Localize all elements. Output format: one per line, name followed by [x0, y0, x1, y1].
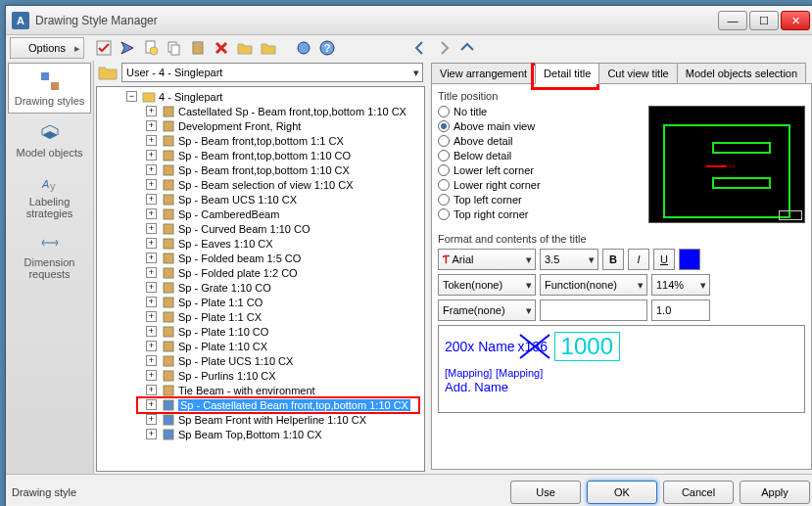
underline-button[interactable]: U — [653, 249, 675, 270]
help-icon[interactable]: ? — [317, 38, 337, 58]
expand-icon[interactable]: + — [146, 341, 157, 351]
tab-detail-title[interactable]: Detail title — [535, 63, 599, 84]
radio-top-right-corner[interactable]: Top right corner — [438, 208, 541, 220]
back-icon[interactable] — [410, 38, 430, 58]
tree-item[interactable]: +Sp - Beam front,top,bottom 1:10 CO — [97, 148, 424, 162]
globe-icon[interactable] — [294, 38, 313, 58]
tree-item[interactable]: +Sp - Beam UCS 1:10 CX — [97, 192, 424, 207]
tree-item[interactable]: +Sp - Grate 1:10 CO — [97, 280, 424, 295]
tree-item[interactable]: +Sp - Plate 1:10 CO — [97, 324, 424, 339]
size-combo[interactable]: 3.5 — [540, 249, 598, 270]
tree-item[interactable]: +Sp - Plate 1:1 CX — [97, 309, 424, 324]
maximize-button[interactable]: ☐ — [749, 11, 779, 30]
tree-item[interactable]: +Sp - CamberedBeam — [97, 207, 424, 221]
radio-lower-right-corner[interactable]: Lower right corner — [438, 179, 541, 191]
expand-icon[interactable]: + — [146, 194, 157, 205]
cancel-button[interactable]: Cancel — [663, 481, 734, 504]
tab-model-objects-selection[interactable]: Model objects selection — [677, 63, 806, 84]
bold-button[interactable]: B — [602, 249, 624, 270]
minimize-button[interactable]: — — [718, 11, 747, 30]
path-combo[interactable]: User - 4 - Singlepart — [121, 63, 423, 82]
color-swatch[interactable] — [679, 249, 700, 270]
send-icon[interactable] — [118, 38, 137, 58]
expand-icon[interactable]: + — [146, 399, 157, 410]
radio-no-title[interactable]: No title — [438, 106, 541, 117]
delete-icon[interactable] — [212, 38, 231, 58]
sidebar-item-drawing-styles[interactable]: Drawing styles — [8, 63, 91, 114]
use-button[interactable]: Use — [510, 481, 581, 504]
expand-icon[interactable]: + — [146, 135, 157, 146]
expand-icon[interactable]: + — [146, 311, 157, 322]
expand-icon[interactable]: + — [146, 267, 157, 278]
expand-icon[interactable]: + — [146, 370, 157, 381]
expand-icon[interactable]: + — [146, 429, 157, 439]
up-icon[interactable] — [457, 38, 477, 58]
folder1-icon[interactable] — [235, 38, 255, 58]
sidebar-item-dimension[interactable]: Dimension requests — [6, 225, 93, 286]
expand-icon[interactable]: + — [146, 150, 157, 161]
frame-width-input[interactable]: 1.0 — [651, 299, 710, 321]
expand-icon[interactable]: + — [146, 208, 157, 219]
tree-root[interactable]: − 4 - Singlepart — [97, 89, 424, 104]
tree-item[interactable]: +Sp - Eaves 1:10 CX — [97, 236, 424, 251]
tree-item[interactable]: +Sp Beam Front with Helperline 1:10 CX — [97, 412, 424, 427]
sidebar-item-labeling[interactable]: Ay Labeling strategies — [6, 164, 93, 225]
radio-top-left-corner[interactable]: Top left corner — [438, 194, 541, 206]
token-combo[interactable]: Token(none) — [438, 274, 536, 296]
radio-above-detail[interactable]: Above detail — [438, 135, 541, 147]
folder2-icon[interactable] — [259, 38, 278, 58]
tree-item[interactable]: +Castellated Sp - Beam front,top,bottom … — [97, 104, 424, 118]
frame-value-input[interactable] — [540, 299, 647, 321]
tree-item[interactable]: +Sp - Folded beam 1:5 CO — [97, 251, 424, 265]
frame-combo[interactable]: Frame(none) — [438, 299, 536, 321]
italic-button[interactable]: I — [628, 249, 649, 270]
expand-icon[interactable]: + — [146, 297, 157, 307]
options-button[interactable]: Options — [10, 37, 84, 59]
expand-icon[interactable]: + — [146, 223, 157, 234]
expand-icon[interactable]: + — [146, 164, 157, 175]
collapse-icon[interactable]: − — [126, 91, 137, 102]
expand-icon[interactable]: + — [146, 238, 157, 249]
tree-item[interactable]: +Sp - Curved Beam 1:10 CO — [97, 221, 424, 236]
radio-lower-left-corner[interactable]: Lower left corner — [438, 164, 541, 176]
tab-cut-view-title[interactable]: Cut view title — [598, 63, 677, 84]
close-button[interactable]: ✕ — [781, 11, 810, 30]
tree-item[interactable]: +Sp - Beam front,top,bottom 1:10 CX — [97, 162, 424, 177]
paste-icon[interactable] — [188, 38, 208, 58]
new-page-icon[interactable] — [141, 38, 161, 58]
tree-item[interactable]: +Sp Beam Top,Bottom 1:10 CX — [97, 427, 424, 441]
expand-icon[interactable]: + — [146, 355, 157, 366]
checkbox-icon[interactable] — [94, 38, 114, 58]
radio-below-detail[interactable]: Below detail — [438, 150, 541, 161]
titlebar: A Drawing Style Manager — ☐ ✕ — [6, 6, 812, 35]
tree-item[interactable]: +Sp - Beam selection of view 1:10 CX — [97, 177, 424, 192]
tree-item[interactable]: +Sp - Folded plate 1:2 CO — [97, 265, 424, 280]
forward-icon[interactable] — [434, 38, 454, 58]
expand-icon[interactable]: + — [146, 106, 157, 116]
copy-icon[interactable] — [165, 38, 184, 58]
expand-icon[interactable]: + — [146, 253, 157, 263]
tree-item[interactable]: +Development Front, Right — [97, 118, 424, 133]
expand-icon[interactable]: + — [146, 120, 157, 131]
expand-icon[interactable]: + — [146, 326, 157, 337]
expand-icon[interactable]: + — [146, 179, 157, 190]
tree-item[interactable]: +Sp - Beam front,top,bottom 1:1 CX — [97, 133, 424, 148]
tree-item[interactable]: +Sp - Plate UCS 1:10 CX — [97, 353, 424, 368]
tree-item[interactable]: +Sp - Purlins 1:10 CX — [97, 368, 424, 383]
expand-icon[interactable]: + — [146, 414, 157, 425]
sidebar-item-model-objects[interactable]: Model objects — [6, 115, 93, 164]
font-combo[interactable]: Ƭ Arial — [438, 249, 536, 270]
expand-icon[interactable]: + — [146, 282, 157, 293]
tree-item[interactable]: +Sp - Plate 1:10 CX — [97, 339, 424, 353]
tree[interactable]: − 4 - Singlepart +Castellated Sp - Beam … — [96, 86, 425, 472]
percent-combo[interactable]: 114% — [651, 274, 710, 296]
function-combo[interactable]: Function(none) — [540, 274, 647, 296]
tab-view-arrangement[interactable]: View arrangement — [431, 63, 536, 84]
tree-item[interactable]: +Sp - Castellated Beam front,top,bottom … — [97, 397, 424, 412]
radio-above-main-view[interactable]: Above main view — [438, 120, 541, 132]
ok-button[interactable]: OK — [587, 481, 657, 504]
expand-icon[interactable]: + — [146, 385, 157, 395]
apply-button[interactable]: Apply — [740, 481, 810, 504]
tree-item[interactable]: +Tie Beam - with environment — [97, 383, 424, 397]
tree-item[interactable]: +Sp - Plate 1:1 CO — [97, 295, 424, 309]
